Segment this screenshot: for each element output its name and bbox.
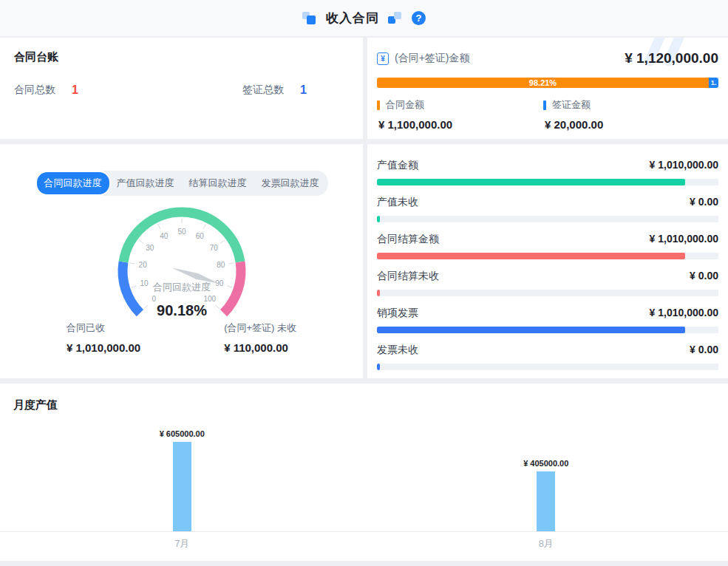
svg-text:50: 50: [177, 228, 186, 236]
progress-fill: [377, 327, 685, 333]
progress-row-产值未收: 产值未收¥ 0.00: [377, 196, 718, 222]
stat-visa-count-value[interactable]: 1: [300, 83, 307, 97]
svg-text:20: 20: [138, 261, 147, 269]
progress-fill: [377, 216, 380, 222]
progress-track: [377, 179, 718, 185]
monthly-x-axis: 7月8月: [0, 537, 728, 550]
monthly-bar-chart: ¥ 605000.00¥ 405000.00 7月8月: [0, 423, 728, 550]
stack-segment-合同金额: 98.21%: [377, 78, 709, 88]
progress-row-产值金额: 产值金额¥ 1,010,000.00: [377, 159, 718, 185]
progress-row-value: ¥ 0.00: [690, 344, 718, 355]
stat-visa-count: 签证总数 1: [242, 83, 307, 97]
amount-legend: 合同金额¥ 1,100,000.00签证金额¥ 20,000.00: [377, 98, 718, 131]
svg-text:90: 90: [215, 279, 224, 287]
legend-label: 签证金额: [552, 98, 591, 112]
monthly-bar-group-8月: ¥ 405000.00: [364, 459, 728, 531]
ledger-card: 合同台账 合同总数 1 签证总数 1: [0, 38, 363, 139]
monthly-bar-value-label: ¥ 605000.00: [160, 429, 205, 438]
progress-row-value: ¥ 1,010,000.00: [650, 307, 718, 318]
progress-row-label: 发票未收: [377, 344, 418, 357]
progress-row-value: ¥ 1,010,000.00: [650, 233, 718, 245]
monthly-plot-area: ¥ 605000.00¥ 405000.00: [0, 423, 728, 532]
received-label: 合同已收: [67, 321, 140, 335]
progress-row-label: 合同结算未收: [377, 270, 439, 283]
stack-segment-签证金额: 1.: [709, 78, 718, 88]
legend-item-合同金额: 合同金额¥ 1,100,000.00: [377, 98, 543, 131]
legend-marker-icon: [377, 100, 380, 110]
svg-text:30: 30: [146, 244, 154, 252]
legend-marker-icon: [543, 100, 546, 110]
progress-fill: [377, 253, 685, 259]
svg-text:80: 80: [217, 261, 225, 269]
received-value: ¥ 1,010,000.00: [67, 341, 140, 354]
page-title: 收入合同: [326, 10, 379, 27]
svg-text:70: 70: [209, 244, 218, 252]
monthly-card-title: 月度产值: [0, 398, 728, 412]
progress-fill: [377, 364, 380, 370]
progress-row-发票未收: 发票未收¥ 0.00: [377, 344, 718, 370]
progress-row-合同结算金额: 合同结算金额¥ 1,010,000.00: [377, 233, 718, 259]
monthly-bar-value-label: ¥ 405000.00: [523, 459, 568, 468]
amount-card-title: (合同+签证)金额: [395, 52, 470, 65]
title-deco-right-icon: [388, 11, 403, 26]
progress-row-合同结算未收: 合同结算未收¥ 0.00: [377, 270, 718, 296]
progress-track: [377, 216, 718, 222]
gauge-footer-received: 合同已收 ¥ 1,010,000.00: [67, 321, 140, 354]
progress-row-value: ¥ 1,010,000.00: [650, 159, 718, 171]
progress-row-label: 销项发票: [377, 307, 418, 320]
unreceived-label: (合同+签证) 未收: [224, 321, 296, 335]
legend-value: ¥ 1,100,000.00: [377, 118, 543, 131]
yuan-bill-icon: ¥: [377, 52, 389, 65]
amount-card: ¥ (合同+签证)金额 ¥ 1,120,000.00 98.21%1. 合同金额…: [367, 38, 728, 139]
progress-row-label: 产值金额: [377, 159, 418, 172]
progress-row-label: 合同结算金额: [377, 233, 439, 246]
progress-row-value: ¥ 0.00: [690, 270, 718, 282]
progress-row-销项发票: 销项发票¥ 1,010,000.00: [377, 307, 718, 333]
help-icon[interactable]: ?: [412, 11, 426, 25]
ledger-card-title: 合同台账: [14, 50, 349, 64]
legend-item-签证金额: 签证金额¥ 20,000.00: [543, 98, 710, 131]
legend-value: ¥ 20,000.00: [543, 118, 710, 131]
svg-text:0: 0: [152, 295, 156, 303]
progress-fill: [377, 179, 685, 185]
dashboard: 合同台账 合同总数 1 签证总数 1 ¥ (合同+签证)金额 ¥ 1,120,0…: [0, 37, 728, 561]
title-deco-left-icon: [302, 11, 317, 26]
gauge-footer-unreceived: (合同+签证) 未收 ¥ 110,000.00: [224, 321, 296, 354]
monthly-bar: [537, 471, 555, 531]
monthly-x-label: 8月: [364, 537, 728, 550]
amount-stack-bar: 98.21%1.: [377, 78, 718, 88]
amount-card-head: ¥ (合同+签证)金额 ¥ 1,120,000.00: [377, 50, 718, 67]
tab-产值回款进度[interactable]: 产值回款进度: [109, 172, 182, 194]
monthly-output-card: 月度产值 ¥ 605000.00¥ 405000.00 7月8月: [0, 383, 728, 561]
progress-row-label: 产值未收: [377, 196, 418, 209]
monthly-bar: [173, 442, 191, 531]
amount-total-value: ¥ 1,120,000.00: [625, 50, 718, 67]
progress-track: [377, 327, 718, 333]
monthly-x-label: 7月: [0, 537, 364, 550]
stat-contract-count-value[interactable]: 1: [72, 83, 78, 97]
legend-label: 合同金额: [386, 98, 424, 112]
stat-visa-count-label: 签证总数: [242, 83, 284, 97]
progress-track: [377, 253, 718, 259]
svg-text:40: 40: [160, 232, 169, 240]
gauge-title: 合同回款进度: [153, 282, 211, 293]
progress-track: [377, 290, 718, 296]
progress-row-value: ¥ 0.00: [690, 196, 718, 208]
progress-fill: [377, 290, 380, 296]
stat-contract-count-label: 合同总数: [14, 83, 55, 97]
gauge-chart: 0102030405060708090100合同回款进度90.18%: [89, 202, 274, 324]
gauge-footer: 合同已收 ¥ 1,010,000.00 (合同+签证) 未收 ¥ 110,000…: [0, 321, 363, 354]
tab-合同回款进度[interactable]: 合同回款进度: [37, 172, 109, 194]
tab-结算回款进度[interactable]: 结算回款进度: [182, 172, 254, 194]
tab-发票回款进度[interactable]: 发票回款进度: [254, 172, 327, 194]
svg-text:10: 10: [140, 279, 149, 287]
page-header: 收入合同 ?: [0, 0, 728, 37]
unreceived-value: ¥ 110,000.00: [224, 341, 296, 354]
progress-track: [377, 364, 718, 370]
progress-list: 产值金额¥ 1,010,000.00产值未收¥ 0.00合同结算金额¥ 1,01…: [367, 144, 728, 378]
monthly-bar-group-7月: ¥ 605000.00: [0, 429, 364, 531]
stat-contract-count: 合同总数 1: [14, 83, 78, 97]
ledger-stats: 合同总数 1 签证总数 1: [14, 83, 349, 97]
progress-tabs: 合同回款进度产值回款进度结算回款进度发票回款进度: [35, 171, 328, 196]
gauge-value: 90.18%: [157, 302, 207, 318]
